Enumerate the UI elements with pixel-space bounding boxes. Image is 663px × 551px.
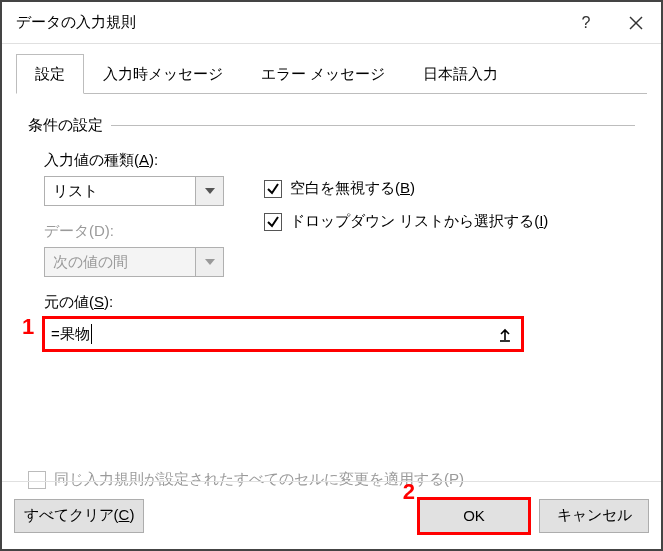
tab-error-message-label: エラー メッセージ xyxy=(261,65,385,84)
source-row: 1 =果物 xyxy=(44,318,635,350)
clear-all-button[interactable]: すべてクリア(C) xyxy=(14,499,144,533)
group-divider xyxy=(111,125,635,126)
ignore-blank-check[interactable]: 空白を無視する(B) xyxy=(264,179,548,198)
annotation-2: 2 xyxy=(403,479,415,505)
close-button[interactable] xyxy=(611,2,661,44)
source-label: 元の値(S): xyxy=(44,293,635,312)
in-cell-dropdown-check[interactable]: ドロップダウン リストから選択する(I) xyxy=(264,212,548,231)
dialog-window: データの入力規則 ? 設定 入力時メッセージ エラー メッセージ 日本語入力 条… xyxy=(0,0,663,551)
text-caret xyxy=(91,324,92,344)
range-picker-icon xyxy=(498,328,512,342)
close-icon xyxy=(629,16,643,30)
right-column: 空白を無視する(B) ドロップダウン リストから選択する(I) xyxy=(238,135,548,277)
check-icon xyxy=(266,182,280,196)
titlebar: データの入力規則 ? xyxy=(2,2,661,44)
allow-select[interactable]: リスト xyxy=(44,176,224,206)
tab-ime-label: 日本語入力 xyxy=(423,65,498,84)
tab-ime[interactable]: 日本語入力 xyxy=(404,54,517,94)
tab-input-message[interactable]: 入力時メッセージ xyxy=(84,54,242,94)
group-label-text: 条件の設定 xyxy=(28,116,103,135)
settings-row: 入力値の種類(A): リスト データ(D): 次の値の間 xyxy=(28,135,635,277)
content-area: 設定 入力時メッセージ エラー メッセージ 日本語入力 条件の設定 入力値の種類… xyxy=(2,44,661,350)
data-label: データ(D): xyxy=(44,222,238,241)
cancel-button-label: キャンセル xyxy=(557,506,632,525)
range-picker-button[interactable] xyxy=(494,324,516,346)
allow-select-button[interactable] xyxy=(195,177,223,205)
help-button[interactable]: ? xyxy=(561,2,611,44)
ignore-blank-label: 空白を無視する(B) xyxy=(290,179,415,198)
ok-button-label: OK xyxy=(463,507,485,524)
data-select: 次の値の間 xyxy=(44,247,224,277)
allow-label: 入力値の種類(A): xyxy=(44,151,238,170)
ok-button[interactable]: OK xyxy=(419,499,529,533)
tab-settings-label: 設定 xyxy=(35,65,65,84)
in-cell-dropdown-label: ドロップダウン リストから選択する(I) xyxy=(290,212,548,231)
chevron-down-icon xyxy=(205,259,215,265)
ignore-blank-checkbox[interactable] xyxy=(264,180,282,198)
check-icon xyxy=(266,215,280,229)
data-select-value: 次の値の間 xyxy=(45,253,195,272)
source-input-value: =果物 xyxy=(51,325,90,344)
data-select-button xyxy=(195,248,223,276)
annotation-1: 1 xyxy=(22,314,34,340)
source-input[interactable]: =果物 xyxy=(44,318,522,350)
cancel-button[interactable]: キャンセル xyxy=(539,499,649,533)
group-label: 条件の設定 xyxy=(28,116,635,135)
allow-select-value: リスト xyxy=(45,182,195,201)
tab-input-message-label: 入力時メッセージ xyxy=(103,65,223,84)
tab-panel-settings: 条件の設定 入力値の種類(A): リスト データ(D): 次の値の間 xyxy=(16,94,647,350)
button-bar: すべてクリア(C) 2 OK キャンセル xyxy=(2,481,661,549)
tab-strip: 設定 入力時メッセージ エラー メッセージ 日本語入力 xyxy=(16,54,647,94)
chevron-down-icon xyxy=(205,188,215,194)
left-column: 入力値の種類(A): リスト データ(D): 次の値の間 xyxy=(28,135,238,277)
tab-error-message[interactable]: エラー メッセージ xyxy=(242,54,404,94)
in-cell-dropdown-checkbox[interactable] xyxy=(264,213,282,231)
tab-settings[interactable]: 設定 xyxy=(16,54,84,94)
window-title: データの入力規則 xyxy=(2,13,561,32)
